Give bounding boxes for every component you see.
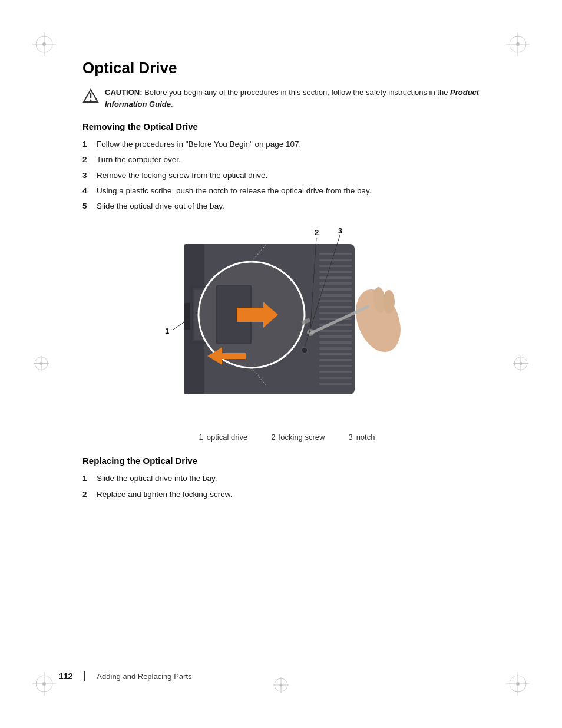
page-number: 112: [59, 671, 72, 681]
side-mark-right: [512, 354, 530, 374]
page-container: Optical Drive CAUTION: Before you begin …: [0, 0, 562, 728]
list-item: 5 Slide the optical drive out of the bay…: [82, 200, 480, 212]
image-caption: 1 optical drive 2 locking screw 3 notch: [187, 433, 375, 442]
svg-rect-56: [319, 383, 352, 385]
caution-label: CAUTION:: [105, 88, 143, 97]
main-content: Optical Drive CAUTION: Before you begin …: [82, 59, 480, 500]
caption-item-3: 3 notch: [348, 433, 375, 442]
corner-mark-bl: [32, 672, 56, 696]
list-item: 4 Using a plastic scribe, push the notch…: [82, 185, 480, 197]
diagram-container: 1 2 3 1 optical drive 2 locking scre: [82, 226, 480, 442]
svg-rect-45: [319, 318, 352, 320]
page-title: Optical Drive: [82, 59, 480, 77]
caution-icon: [82, 88, 99, 106]
svg-point-67: [302, 347, 308, 353]
list-item: 2 Turn the computer over.: [82, 154, 480, 166]
svg-rect-53: [319, 365, 352, 367]
svg-rect-51: [319, 353, 352, 355]
caution-body: Before you begin any of the procedures i…: [105, 88, 479, 108]
corner-mark-br: [506, 672, 530, 696]
corner-mark-tr: [506, 32, 530, 56]
caption-item-1: 1 optical drive: [199, 433, 248, 442]
svg-rect-54: [319, 371, 352, 373]
diagram-wrapper: 1 2 3: [148, 226, 414, 427]
svg-rect-47: [319, 330, 352, 332]
svg-point-30: [90, 100, 92, 101]
removing-heading: Removing the Optical Drive: [82, 121, 480, 131]
footer-divider: [84, 671, 85, 681]
caution-box: CAUTION: Before you begin any of the pro…: [82, 87, 480, 110]
svg-rect-48: [319, 335, 352, 338]
side-mark-left: [32, 354, 50, 374]
caption-item-2: 2 locking screw: [271, 433, 325, 442]
svg-rect-50: [319, 347, 352, 350]
caution-text: CAUTION: Before you begin any of the pro…: [105, 87, 480, 110]
svg-rect-34: [319, 253, 352, 255]
replacing-heading: Replacing the Optical Drive: [82, 456, 480, 466]
svg-text:3: 3: [338, 226, 342, 235]
svg-rect-38: [319, 276, 352, 279]
removing-steps-list: 1 Follow the procedures in "Before You B…: [82, 139, 480, 212]
svg-rect-36: [319, 265, 352, 267]
footer: 112 Adding and Replacing Parts: [59, 671, 503, 681]
svg-rect-37: [319, 271, 352, 273]
list-item: 2 Replace and tighten the locking screw.: [82, 489, 480, 500]
svg-rect-42: [319, 300, 352, 302]
svg-rect-41: [319, 294, 352, 297]
svg-rect-55: [319, 377, 352, 379]
svg-rect-44: [319, 312, 352, 314]
svg-text:1: 1: [165, 327, 169, 335]
svg-rect-35: [319, 259, 352, 261]
svg-point-73: [383, 290, 395, 314]
svg-rect-52: [319, 359, 352, 361]
list-item: 3 Remove the locking screw from the opti…: [82, 170, 480, 182]
list-item: 1 Follow the procedures in "Before You B…: [82, 139, 480, 150]
svg-rect-49: [319, 341, 352, 344]
corner-mark-tl: [32, 32, 56, 56]
svg-text:2: 2: [315, 228, 319, 237]
svg-rect-43: [319, 306, 352, 308]
list-item: 1 Slide the optical drive into the bay.: [82, 473, 480, 485]
replacing-steps-list: 1 Slide the optical drive into the bay. …: [82, 473, 480, 500]
svg-rect-40: [319, 288, 352, 291]
diagram-image: 1 2 3: [148, 226, 414, 421]
footer-section: Adding and Replacing Parts: [97, 672, 191, 681]
